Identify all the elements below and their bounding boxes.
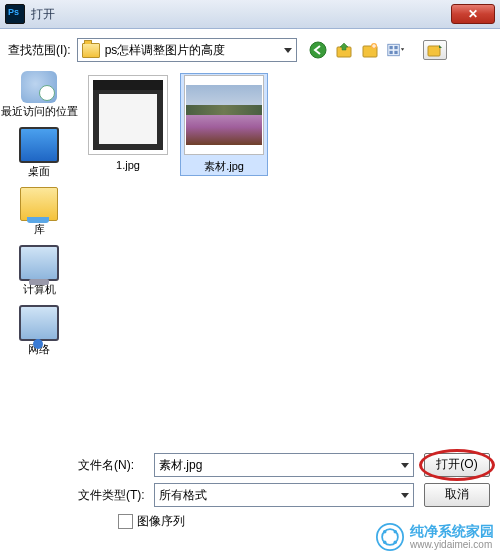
file-name: 素材.jpg [182,159,266,174]
filetype-combo[interactable]: 所有格式 [154,483,414,507]
watermark: 纯净系统家园 www.yidaimei.com [376,523,494,551]
toolbar-icons [309,41,405,59]
open-dialog: 打开 ✕ 查找范围(I): ps怎样调整图片的高度 [0,0,500,555]
titlebar: 打开 ✕ [0,0,500,29]
new-folder-button[interactable] [361,41,379,59]
file-list[interactable]: 1.jpg 素材.jpg [78,67,500,447]
extra-toolbar-button[interactable] [423,40,447,60]
lookin-label: 查找范围(I): [8,42,71,59]
place-label: 库 [34,223,45,235]
thumbnail [184,75,264,155]
file-item-selected[interactable]: 素材.jpg [180,73,268,176]
chevron-down-icon [401,463,409,468]
dialog-body: 最近访问的位置 桌面 库 计算机 网络 1.jpg [0,67,500,447]
file-name: 1.jpg [86,159,170,171]
cancel-button[interactable]: 取消 [424,483,490,507]
watermark-logo [376,523,404,551]
app-icon [5,4,25,24]
place-network[interactable]: 网络 [0,305,78,355]
svg-rect-8 [394,51,397,54]
place-library[interactable]: 库 [0,187,78,235]
filename-combo[interactable]: 素材.jpg [154,453,414,477]
place-computer[interactable]: 计算机 [0,245,78,295]
svg-point-14 [383,541,387,545]
window-title: 打开 [31,6,451,23]
up-one-level-button[interactable] [335,41,353,59]
svg-point-0 [310,42,326,58]
lookin-dropdown[interactable]: ps怎样调整图片的高度 [77,38,297,62]
filetype-value: 所有格式 [159,487,401,504]
lookin-value: ps怎样调整图片的高度 [105,42,280,59]
close-button[interactable]: ✕ [451,4,495,24]
chevron-down-icon [284,48,292,53]
places-bar: 最近访问的位置 桌面 库 计算机 网络 [0,67,78,447]
svg-rect-9 [428,46,440,56]
svg-rect-7 [389,51,392,54]
watermark-title: 纯净系统家园 [410,524,494,539]
svg-rect-5 [389,46,392,49]
svg-point-12 [383,530,387,534]
recent-icon [21,71,57,103]
filename-value: 素材.jpg [159,457,401,474]
place-recent[interactable]: 最近访问的位置 [0,71,78,117]
place-label: 桌面 [28,165,50,177]
svg-point-10 [377,524,403,550]
watermark-url: www.yidaimei.com [410,539,494,550]
open-button[interactable]: 打开(O) [424,453,490,477]
desktop-icon [19,127,59,163]
image-sequence-checkbox[interactable] [118,514,133,529]
toolbar: 查找范围(I): ps怎样调整图片的高度 [0,29,500,67]
image-sequence-label: 图像序列 [137,513,185,530]
svg-point-13 [394,530,398,534]
library-icon [20,187,58,221]
place-label: 最近访问的位置 [1,105,78,117]
network-icon [19,305,59,341]
filename-label: 文件名(N): [78,457,154,474]
back-button[interactable] [309,41,327,59]
close-icon: ✕ [468,8,478,20]
place-desktop[interactable]: 桌面 [0,127,78,177]
folder-icon [82,43,100,58]
svg-rect-6 [394,46,397,49]
file-item[interactable]: 1.jpg [84,73,172,173]
thumbnail [88,75,168,155]
computer-icon [19,245,59,281]
dialog-bottom: 文件名(N): 素材.jpg 打开(O) 文件类型(T): 所有格式 取消 图像… [0,447,500,534]
filetype-label: 文件类型(T): [78,487,154,504]
place-label: 计算机 [23,283,56,295]
svg-point-15 [394,541,398,545]
chevron-down-icon [401,493,409,498]
view-menu-button[interactable] [387,41,405,59]
